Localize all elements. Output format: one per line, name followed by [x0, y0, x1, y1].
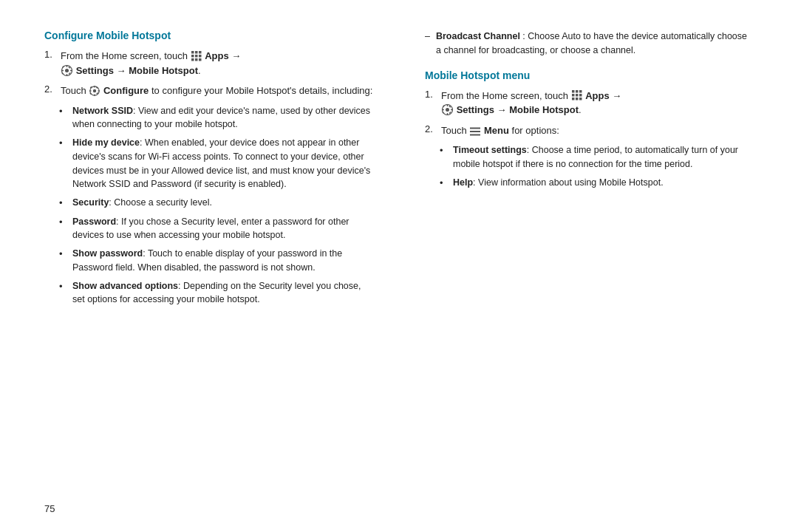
bullet-1-bold: Network SSID: [72, 106, 133, 116]
svg-rect-0: [191, 51, 194, 54]
svg-rect-32: [572, 94, 575, 97]
right-step-number-2: 2.: [425, 123, 437, 138]
settings-icon: [61, 65, 72, 76]
svg-rect-11: [66, 65, 67, 67]
svg-rect-35: [572, 98, 575, 100]
right-settings-icon: [442, 104, 453, 115]
left-bullet-list: • Network SSID: View and edit your devic…: [59, 104, 373, 307]
svg-rect-2: [199, 51, 202, 54]
broadcast-section: – Broadcast Channel : Choose Auto to hav…: [425, 30, 754, 58]
right-step1-mobile-hotspot: Mobile Hotspot: [509, 104, 579, 115]
svg-rect-22: [95, 94, 95, 96]
right-bullet-timeout: • Timeout settings: Choose a time period…: [440, 143, 754, 171]
svg-point-10: [65, 69, 69, 72]
svg-rect-3: [191, 55, 194, 58]
svg-rect-50: [470, 134, 480, 136]
right-step2-text-before: Touch: [441, 125, 467, 136]
right-step1-apps-label: Apps: [585, 90, 610, 101]
svg-rect-36: [576, 98, 579, 100]
svg-rect-42: [442, 109, 444, 110]
menu-icon: [470, 126, 480, 134]
right-step1-settings-label: Settings: [457, 104, 494, 115]
right-bullet-2-rest: : View information about using Mobile Ho…: [473, 177, 664, 188]
svg-rect-31: [579, 90, 582, 93]
right-column: – Broadcast Channel : Choose Auto to hav…: [417, 30, 754, 502]
bullet-3-bold: Security: [72, 197, 109, 208]
right-section-title: Mobile Hotspot menu: [425, 69, 754, 81]
page-number: 75: [44, 503, 55, 514]
svg-rect-23: [89, 90, 92, 91]
bullet-password: • Password: If you chose a Security leve…: [59, 215, 373, 243]
bullet-security: • Security: Choose a security level.: [59, 196, 373, 211]
right-step-2-content: Touch Menu for options:: [441, 123, 754, 138]
svg-rect-30: [576, 90, 579, 93]
svg-rect-49: [470, 131, 480, 132]
step1-text-before: From the Home screen, touch: [61, 50, 188, 61]
step1-mobile-hotspot: Mobile Hotspot: [129, 65, 198, 76]
left-section-title: Configure Mobile Hotspot: [44, 30, 373, 41]
svg-rect-1: [195, 51, 198, 54]
svg-rect-12: [66, 74, 67, 76]
step1-arrow: →: [231, 50, 241, 61]
broadcast-dash: –: [425, 30, 430, 58]
right-step1-text-before: From the Home screen, touch: [441, 90, 568, 101]
broadcast-item: – Broadcast Channel : Choose Auto to hav…: [425, 30, 754, 58]
right-apps-icon: [572, 90, 582, 100]
svg-rect-29: [572, 90, 575, 93]
bullet-network-ssid: • Network SSID: View and edit your devic…: [59, 104, 373, 132]
step-2-content: Touch Configu: [61, 83, 373, 98]
svg-rect-8: [199, 58, 202, 61]
right-step-number-1: 1.: [425, 89, 437, 117]
right-step-2: 2. Touch Menu for options:: [425, 123, 754, 138]
bullet-3-rest: : Choose a security level.: [109, 197, 212, 208]
bullet-5-bold: Show password: [72, 248, 143, 259]
svg-rect-48: [470, 128, 480, 129]
svg-rect-37: [579, 98, 582, 100]
svg-rect-41: [447, 113, 448, 115]
left-step-1: 1. From the Home screen, touch: [44, 49, 373, 78]
step-number-1: 1.: [44, 49, 56, 78]
configure-icon: [89, 86, 100, 96]
svg-rect-25: [90, 86, 92, 88]
right-step1-arrow2: →: [497, 104, 510, 115]
step2-text-before: Touch: [61, 85, 86, 96]
bullet-show-password: • Show password: Touch to enable display…: [59, 247, 373, 275]
svg-rect-33: [576, 94, 579, 97]
left-column: Configure Mobile Hotspot 1. From the Hom…: [44, 30, 388, 502]
right-step-1-content: From the Home screen, touch: [441, 89, 754, 117]
svg-rect-4: [195, 55, 198, 58]
svg-rect-14: [70, 69, 72, 70]
right-step2-menu-label: Menu: [484, 125, 509, 136]
bullet-2-bold: Hide my device: [72, 137, 140, 148]
svg-point-20: [93, 89, 96, 92]
svg-point-39: [446, 108, 449, 112]
svg-rect-24: [98, 90, 100, 91]
svg-rect-13: [61, 69, 64, 70]
step2-text-after: to configure your Mobile Hotspot's detai…: [151, 85, 372, 96]
apps-icon: [191, 51, 202, 61]
svg-rect-7: [195, 58, 198, 61]
svg-rect-40: [447, 104, 448, 106]
svg-rect-43: [451, 109, 453, 110]
bullet-show-advanced: • Show advanced options: Depending on th…: [59, 279, 373, 307]
right-bullet-2-bold: Help: [453, 177, 473, 188]
right-step2-text-after: for options:: [512, 125, 559, 136]
right-bullet-list: • Timeout settings: Choose a time period…: [440, 143, 754, 190]
broadcast-bold: Broadcast Channel: [436, 31, 520, 41]
right-bullet-help: • Help: View information about using Mob…: [440, 176, 754, 191]
svg-rect-21: [95, 86, 95, 88]
left-step-2: 2. Touch: [44, 83, 373, 98]
svg-rect-5: [199, 55, 202, 58]
step-number-2: 2.: [44, 83, 56, 98]
right-step1-arrow: →: [612, 90, 621, 101]
step1-arrow2: →: [117, 65, 129, 76]
right-bullet-1-bold: Timeout settings: [453, 145, 527, 155]
bullet-4-bold: Password: [72, 216, 116, 227]
right-step-1: 1. From the Home screen, touch: [425, 89, 754, 117]
svg-rect-6: [191, 58, 194, 61]
broadcast-text: Broadcast Channel : Choose Auto to have …: [436, 30, 754, 58]
bullet-6-bold: Show advanced options: [72, 281, 178, 291]
bullet-hide-device: • Hide my device: When enabled, your dev…: [59, 136, 373, 191]
step1-apps-label: Apps: [205, 50, 229, 61]
step-1-content: From the Home screen, touch: [61, 49, 373, 78]
